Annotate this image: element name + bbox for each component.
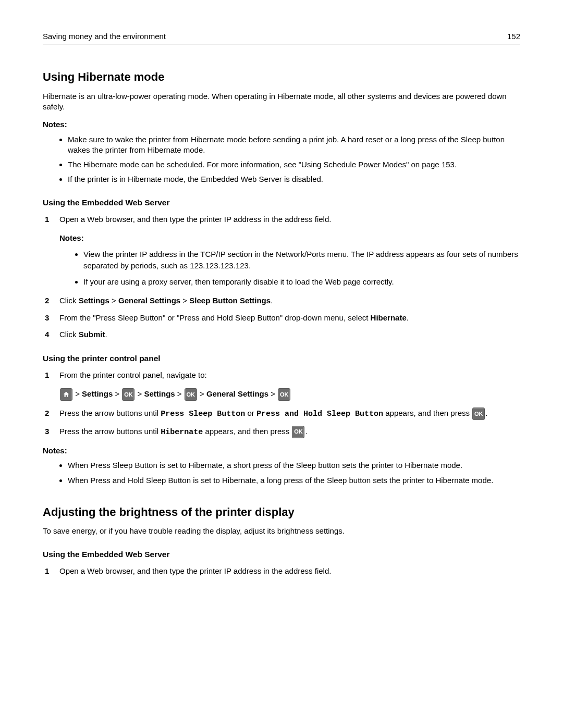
ok-icon: OK [122, 388, 134, 401]
step-text: appears, and then press [383, 409, 472, 417]
step-item: Open a Web browser, and then type the pr… [56, 214, 520, 288]
sep: > [180, 296, 189, 305]
step-item: Open a Web browser, and then type the pr… [56, 565, 520, 577]
step-text: appears, and then press [203, 427, 291, 436]
nested-notes: Notes: View the printer IP address in th… [59, 232, 520, 288]
page-header: Saving money and the environment 152 [43, 31, 520, 44]
steps-ews: Open a Web browser, and then type the pr… [43, 214, 520, 341]
steps-brightness: Open a Web browser, and then type the pr… [43, 565, 520, 577]
heading-ews: Using the Embedded Web Server [43, 198, 520, 208]
sep: > [200, 389, 206, 398]
home-icon [60, 388, 72, 401]
note-item: If your are using a proxy server, then t… [83, 276, 520, 288]
nav-path: > Settings > OK > Settings > OK > Genera… [59, 385, 520, 402]
sep: > [175, 389, 184, 398]
period: . [407, 313, 409, 322]
heading-ews-2: Using the Embedded Web Server [43, 549, 520, 560]
step-item: Click Settings > General Settings > Slee… [56, 295, 520, 307]
bold: Sleep Button Settings [189, 296, 271, 305]
ok-icon: OK [185, 388, 197, 401]
mono: Press Sleep Button [161, 410, 245, 418]
bold: Hibernate [371, 313, 407, 322]
notes-label: Notes: [43, 446, 520, 456]
heading-hibernate: Using Hibernate mode [43, 69, 520, 85]
step-text: Press the arrow buttons until [59, 409, 161, 417]
ok-icon: OK [472, 408, 485, 420]
notes-label: Notes: [59, 232, 520, 244]
nav-label: Settings [144, 389, 175, 398]
bold: Settings [79, 296, 109, 305]
sep: > [109, 296, 118, 305]
note-item: When Press Sleep Button is set to Hibern… [68, 460, 520, 471]
step-text: Open a Web browser, and then type the pr… [59, 215, 331, 224]
step-text: or [245, 409, 256, 417]
step-text: Click [59, 330, 79, 339]
mono: Hibernate [161, 428, 203, 437]
ok-icon: OK [278, 388, 290, 401]
note-item: If the printer is in Hibernate mode, the… [68, 174, 520, 184]
notes-label: Notes: [43, 119, 520, 130]
nested-notes-list: View the printer IP address in the TCP/I… [59, 249, 520, 288]
sep: > [75, 389, 82, 398]
mono: Press and Hold Sleep Button [256, 410, 383, 418]
bold: Submit [79, 330, 105, 339]
brightness-intro: To save energy, or if you have trouble r… [43, 526, 520, 536]
heading-brightness: Adjusting the brightness of the printer … [43, 504, 520, 520]
notes-list-1: Make sure to wake the printer from Hiber… [43, 134, 520, 185]
step-item: From the printer control panel, navigate… [56, 369, 520, 403]
sep: > [138, 389, 144, 398]
heading-control-panel: Using the printer control panel [43, 353, 520, 364]
page-number: 152 [507, 31, 520, 42]
period: . [305, 427, 307, 436]
sep: > [268, 389, 277, 398]
bold: General Settings [118, 296, 180, 305]
note-item: When Press and Hold Sleep Button is set … [68, 475, 520, 486]
step-text: From the printer control panel, navigate… [59, 371, 207, 379]
step-item: Press the arrow buttons until Press Slee… [56, 408, 520, 421]
step-text: From the "Press Sleep Button" or "Press … [59, 313, 371, 322]
note-item: The Hibernate mode can be scheduled. For… [68, 159, 520, 170]
step-text: Open a Web browser, and then type the pr… [59, 566, 331, 575]
note-item: Make sure to wake the printer from Hiber… [68, 134, 520, 156]
period: . [271, 296, 273, 305]
step-text: Click [59, 296, 79, 305]
note-item: View the printer IP address in the TCP/I… [83, 249, 520, 272]
nav-label: Settings [82, 389, 113, 398]
sep: > [113, 389, 121, 398]
header-title: Saving money and the environment [43, 31, 166, 42]
nav-label: General Settings [206, 389, 268, 398]
step-item: Click Submit. [56, 329, 520, 341]
period: . [105, 330, 107, 339]
notes-list-2: When Press Sleep Button is set to Hibern… [43, 460, 520, 486]
step-item: From the "Press Sleep Button" or "Press … [56, 312, 520, 324]
step-item: Press the arrow buttons until Hibernate … [56, 426, 520, 439]
period: . [485, 409, 487, 417]
ok-icon: OK [292, 426, 304, 438]
step-text: Press the arrow buttons until [59, 427, 161, 436]
hibernate-intro: Hibernate is an ultra‑low‑power operatin… [43, 91, 520, 113]
steps-panel: From the printer control panel, navigate… [43, 369, 520, 439]
